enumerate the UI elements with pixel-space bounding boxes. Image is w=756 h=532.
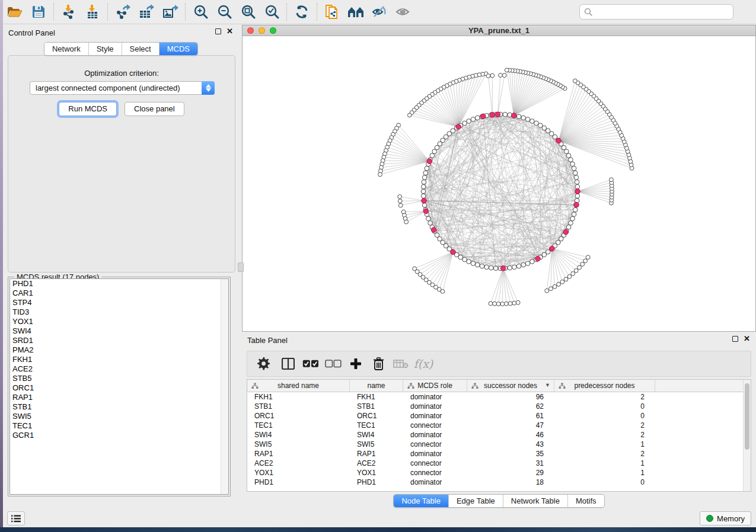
mcds-list-scrollbar[interactable]: [221, 279, 228, 494]
graph-mcds-node[interactable]: [481, 114, 486, 118]
graph-node[interactable]: [570, 216, 575, 221]
graph-node[interactable]: [575, 180, 579, 185]
cell-predecessor-nodes[interactable]: 2: [554, 430, 655, 440]
graph-node[interactable]: [496, 302, 500, 306]
graph-node[interactable]: [571, 272, 575, 276]
graph-node[interactable]: [423, 171, 428, 175]
cell-successor-nodes[interactable]: 96: [467, 392, 554, 402]
graph-node[interactable]: [572, 212, 576, 217]
graph-node[interactable]: [521, 262, 526, 267]
graph-node[interactable]: [553, 284, 557, 289]
graph-node[interactable]: [574, 175, 579, 180]
graph-node[interactable]: [489, 265, 494, 270]
cell-name[interactable]: SWI4: [350, 430, 403, 440]
cell-MCDS-role[interactable]: dominator: [403, 392, 467, 402]
cell-shared-name[interactable]: PHD1: [247, 477, 350, 487]
graph-node[interactable]: [516, 264, 521, 268]
tab-mcds[interactable]: MCDS: [159, 43, 197, 55]
cell-name[interactable]: PHD1: [350, 477, 403, 487]
cell-successor-nodes[interactable]: 31: [467, 459, 554, 468]
mcds-result-item[interactable]: ACE2: [10, 364, 228, 374]
graph-mcds-node[interactable]: [456, 124, 461, 129]
graph-node[interactable]: [462, 257, 467, 262]
graph-node[interactable]: [378, 172, 382, 177]
graph-node[interactable]: [564, 277, 568, 281]
table-row[interactable]: TEC1TEC1connector472: [247, 421, 743, 430]
cell-successor-nodes[interactable]: 35: [467, 449, 554, 459]
graph-node[interactable]: [404, 220, 409, 224]
close-panel-icon[interactable]: ✕: [227, 28, 233, 35]
import-table-button[interactable]: [81, 2, 104, 22]
graph-node[interactable]: [484, 265, 489, 270]
hide-selected-button[interactable]: [368, 2, 391, 22]
graph-node[interactable]: [430, 153, 435, 158]
graph-node[interactable]: [428, 221, 433, 226]
graph-node[interactable]: [458, 255, 463, 260]
graph-mcds-node[interactable]: [511, 113, 516, 118]
graph-node[interactable]: [508, 302, 512, 306]
graph-mcds-node[interactable]: [495, 112, 500, 117]
graph-node[interactable]: [508, 265, 512, 270]
mcds-result-item[interactable]: FKH1: [10, 355, 228, 364]
mcds-result-item[interactable]: TEC1: [10, 421, 228, 431]
mcds-result-item[interactable]: PMA2: [10, 345, 228, 355]
tab-node-table[interactable]: Node Table: [394, 495, 448, 507]
apply-layout-button[interactable]: [290, 2, 314, 22]
table-split-view-button[interactable]: [277, 352, 299, 375]
cell-successor-nodes[interactable]: 62: [467, 402, 554, 411]
graph-node[interactable]: [489, 302, 493, 306]
mcds-result-item[interactable]: CAR1: [10, 289, 228, 298]
graph-node[interactable]: [573, 79, 577, 83]
optimization-criterion-select[interactable]: largest connected component (undirected): [30, 81, 215, 95]
graph-node[interactable]: [557, 283, 561, 287]
search-input[interactable]: [593, 6, 733, 18]
mcds-result-item[interactable]: TID3: [10, 307, 228, 317]
table-row[interactable]: RAP1RAP1dominator352: [247, 449, 743, 459]
table-row[interactable]: PHD1PHD1dominator180: [247, 477, 743, 487]
graph-node[interactable]: [572, 166, 576, 171]
task-history-button[interactable]: [7, 511, 25, 525]
mcds-result-item[interactable]: SWI4: [10, 326, 228, 336]
graph-node[interactable]: [516, 300, 520, 305]
graph-node[interactable]: [476, 116, 480, 120]
graph-node[interactable]: [574, 268, 578, 273]
cell-predecessor-nodes[interactable]: 0: [554, 402, 655, 411]
graph-mcds-node[interactable]: [556, 139, 561, 143]
cell-MCDS-role[interactable]: dominator: [403, 430, 467, 440]
cell-shared-name[interactable]: TEC1: [247, 421, 350, 430]
cell-predecessor-nodes[interactable]: 0: [554, 411, 655, 421]
graph-node[interactable]: [521, 116, 526, 120]
graph-node[interactable]: [566, 225, 571, 230]
mcds-result-item[interactable]: GCR1: [10, 431, 228, 440]
cell-MCDS-role[interactable]: connector: [403, 468, 467, 477]
graph-node[interactable]: [486, 74, 490, 78]
table-row[interactable]: FKH1FKH1dominator962: [247, 392, 743, 402]
table-row[interactable]: SWI5SWI5connector431: [247, 440, 743, 449]
graph-node[interactable]: [499, 73, 503, 78]
graph-node[interactable]: [425, 166, 429, 171]
graph-node[interactable]: [502, 73, 506, 78]
cell-MCDS-role[interactable]: connector: [403, 421, 467, 430]
mcds-result-item[interactable]: SWI5: [10, 412, 228, 421]
cell-predecessor-nodes[interactable]: 1: [554, 440, 655, 449]
cell-shared-name[interactable]: FKH1: [247, 392, 350, 402]
first-neighbors-button[interactable]: [344, 2, 368, 22]
cell-shared-name[interactable]: YOX1: [247, 468, 350, 477]
graph-mcds-node[interactable]: [575, 189, 580, 194]
graph-node[interactable]: [422, 175, 427, 180]
graph-node[interactable]: [573, 171, 578, 175]
table-row[interactable]: STB1STB1dominator620: [247, 402, 743, 411]
graph-node[interactable]: [534, 121, 539, 126]
graph-mcds-node[interactable]: [550, 246, 554, 251]
graph-mcds-node[interactable]: [574, 202, 579, 207]
float-panel-icon[interactable]: [732, 336, 738, 342]
cell-MCDS-role[interactable]: dominator: [403, 411, 467, 421]
graph-node[interactable]: [490, 73, 495, 78]
tab-style[interactable]: Style: [88, 43, 122, 55]
cell-MCDS-role[interactable]: dominator: [403, 449, 467, 459]
graph-node[interactable]: [426, 216, 431, 221]
graph-node[interactable]: [560, 280, 564, 284]
splitter-grip[interactable]: [238, 262, 244, 272]
export-table-button[interactable]: [135, 2, 158, 22]
cell-MCDS-role[interactable]: connector: [403, 440, 467, 449]
